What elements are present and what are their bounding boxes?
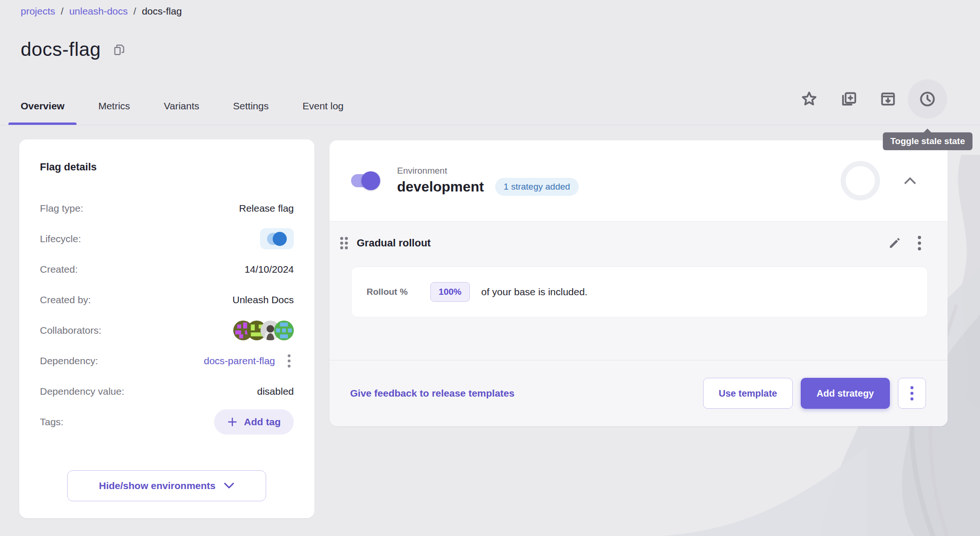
hide-show-environments-button[interactable]: Hide/show environments	[67, 470, 266, 501]
created-label: Created:	[40, 264, 78, 275]
breadcrumb-link-projects[interactable]: projects	[21, 6, 55, 16]
rollout-label: Rollout %	[367, 287, 408, 297]
dependency-value-group: docs-parent-flag	[204, 351, 294, 371]
environment-toggle[interactable]	[351, 171, 380, 190]
environment-header-right	[841, 161, 922, 200]
dependency-menu-button[interactable]	[284, 351, 294, 371]
strategy-count-badge: 1 strategy added	[495, 178, 579, 196]
add-tag-button[interactable]: Add tag	[214, 409, 294, 435]
dependency-value-label: Dependency value:	[40, 386, 124, 397]
flag-details-rows: Flag type: Release flag Lifecycle: Creat…	[40, 193, 294, 437]
dependency-label: Dependency:	[40, 355, 98, 367]
metrics-donut	[841, 161, 880, 200]
created-by-row: Created by: Unleash Docs	[40, 284, 294, 315]
tab-overview[interactable]: Overview	[8, 87, 77, 125]
lifecycle-row: Lifecycle:	[40, 223, 294, 254]
pencil-icon	[888, 236, 902, 250]
copy-add-icon	[840, 90, 858, 108]
strategy-actions	[888, 236, 928, 251]
breadcrumb-current: docs-flag	[142, 6, 182, 16]
collapse-environment-button[interactable]	[898, 168, 922, 193]
pixel-avatar-globe[interactable]	[274, 321, 294, 340]
rollout-percentage-chip: 100%	[430, 282, 470, 302]
strategy-section: Gradual rollout Rollout % 100% of your b…	[329, 221, 948, 360]
rollout-summary-box: Rollout % 100% of your base is included.	[351, 267, 928, 317]
collaborators-label: Collaborators:	[40, 325, 101, 336]
archive-icon	[879, 90, 897, 108]
tags-row: Tags: Add tag	[40, 406, 294, 437]
tooltip: Toggle stale state	[883, 132, 972, 150]
flag-type-value: Release flag	[239, 203, 294, 214]
created-by-value: Unleash Docs	[232, 294, 294, 306]
kebab-icon	[918, 236, 921, 251]
dependency-value-row: Dependency value: disabled	[40, 376, 294, 406]
kebab-icon	[287, 354, 291, 368]
lifecycle-stage-badge[interactable]	[260, 228, 294, 249]
flag-overview-page: projects/unleash-docs/docs-flag docs-fla…	[0, 0, 980, 536]
toggle-knob	[361, 171, 380, 190]
drag-handle[interactable]	[337, 234, 351, 253]
flag-type-label: Flag type:	[40, 203, 83, 214]
breadcrumb-separator: /	[133, 6, 136, 16]
drag-handle-icon	[339, 236, 349, 251]
use-template-button[interactable]: Use template	[703, 378, 793, 409]
rollout-description: of your base is included.	[481, 286, 587, 298]
tags-label: Tags:	[40, 416, 63, 428]
environment-label: Environment	[397, 166, 579, 176]
created-value: 14/10/2024	[245, 264, 294, 275]
created-row: Created: 14/10/2024	[40, 254, 294, 284]
breadcrumb: projects/unleash-docs/docs-flag	[21, 6, 182, 17]
flag-actions	[789, 79, 947, 119]
dependency-row: Dependency: docs-parent-flag	[40, 345, 294, 376]
page-title: docs-flag	[21, 38, 101, 61]
created-by-label: Created by:	[40, 294, 91, 306]
dependency-link[interactable]: docs-parent-flag	[204, 355, 275, 367]
breadcrumb-separator: /	[61, 6, 64, 16]
edit-strategy-button[interactable]	[888, 236, 902, 250]
plus-icon	[227, 417, 237, 427]
more-strategy-options-button[interactable]	[898, 378, 926, 409]
favorite-button[interactable]	[789, 79, 829, 119]
flag-type-row: Flag type: Release flag	[40, 193, 294, 223]
kebab-icon	[910, 386, 914, 401]
breadcrumb-link-project[interactable]: unleash-docs	[69, 6, 128, 16]
flag-details-card: Flag details Flag type: Release flag Lif…	[19, 139, 314, 518]
archive-button[interactable]	[868, 79, 908, 119]
strategy-title: Gradual rollout	[357, 237, 431, 249]
environment-header: Environment development 1 strategy added	[329, 140, 948, 221]
environment-name: development	[397, 179, 484, 195]
tab-settings[interactable]: Settings	[221, 87, 281, 125]
tab-metrics[interactable]: Metrics	[86, 87, 142, 125]
footer-buttons: Use template Add strategy	[703, 378, 926, 409]
strategy-header: Gradual rollout	[337, 234, 928, 253]
add-tag-label: Add tag	[244, 416, 281, 428]
copy-icon	[112, 43, 126, 57]
star-icon	[800, 90, 818, 108]
hide-show-environments-label: Hide/show environments	[99, 480, 216, 491]
collaborators-row: Collaborators:	[40, 315, 294, 345]
title-row: docs-flag	[21, 38, 126, 61]
tab-variants[interactable]: Variants	[152, 87, 211, 125]
chevron-up-icon	[904, 177, 916, 184]
add-strategy-button[interactable]: Add strategy	[801, 378, 890, 409]
tab-event-log[interactable]: Event log	[290, 87, 356, 125]
environment-footer: Give feedback to release templates Use t…	[329, 360, 948, 426]
release-templates-feedback-link[interactable]: Give feedback to release templates	[350, 388, 514, 399]
chevron-down-icon	[224, 482, 234, 489]
lifecycle-label: Lifecycle:	[40, 233, 81, 245]
copy-name-button[interactable]	[112, 43, 126, 57]
environment-text: Environment development 1 strategy added	[397, 166, 579, 196]
strategy-menu-button[interactable]	[918, 236, 921, 251]
tab-bar: Overview Metrics Variants Settings Event…	[8, 87, 356, 125]
collaborator-avatar-group	[233, 321, 294, 340]
flag-details-title: Flag details	[40, 161, 294, 173]
tabs-divider	[0, 125, 980, 125]
lifecycle-dark-dot	[273, 232, 287, 246]
environment-card: Environment development 1 strategy added…	[329, 140, 948, 426]
copy-flag-button[interactable]	[829, 79, 868, 119]
clock-icon	[918, 90, 937, 108]
dependency-value-value: disabled	[257, 386, 294, 397]
toggle-stale-button[interactable]	[908, 79, 947, 119]
